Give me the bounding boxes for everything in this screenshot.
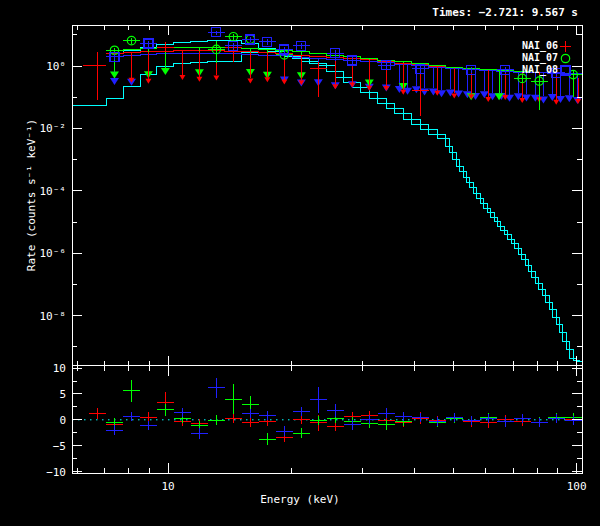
residual-point-NAI_08 xyxy=(174,408,191,417)
upper-limit-arrow xyxy=(264,53,270,82)
legend-symbol-plus xyxy=(560,41,571,52)
y-tick-label: 10 xyxy=(53,362,66,375)
data-point-NAI_08 xyxy=(242,35,259,44)
residual-point-NAI_08 xyxy=(242,409,259,418)
upper-limit-arrow xyxy=(366,60,372,91)
residual-point-NAI_07 xyxy=(225,384,242,414)
residual-point-NAI_08 xyxy=(497,417,514,426)
residual-point-NAI_08 xyxy=(548,414,565,423)
y-tick-label: 5 xyxy=(59,388,66,401)
upper-limit-arrow xyxy=(129,53,135,83)
data-point-NAI_07 xyxy=(531,75,548,110)
upper-limit-arrow xyxy=(451,68,457,99)
y-tick-label: −5 xyxy=(53,440,66,453)
upper-limit-arrow xyxy=(556,73,565,103)
residuals xyxy=(72,378,582,445)
upper-limit-arrow xyxy=(247,52,253,84)
residual-point-NAI_06 xyxy=(242,417,259,426)
upper-limit-arrow xyxy=(332,57,338,89)
y-tick-label: −10 xyxy=(46,466,66,479)
data-point-NAI_08 xyxy=(344,56,361,65)
residual-point-NAI_06 xyxy=(225,414,242,423)
data-point-NAI_08 xyxy=(378,61,395,70)
residual-point-NAI_08 xyxy=(259,411,276,420)
upper-limit-arrow xyxy=(575,78,581,104)
residual-point-NAI_08 xyxy=(191,428,208,438)
legend-label: NAI_07 xyxy=(522,53,558,63)
x-tick-label: 100 xyxy=(567,480,587,493)
y-tick-label: 10⁻⁸ xyxy=(40,310,67,323)
upper-limit-arrow xyxy=(488,71,497,101)
residual-point-NAI_08 xyxy=(310,387,327,413)
data-point-NAI_07 xyxy=(208,41,225,63)
residual-point-NAI_06 xyxy=(89,408,106,418)
data-point-NAI_08 xyxy=(225,41,242,50)
data-point-NAI_07 xyxy=(123,36,140,44)
x-tick-label: 10 xyxy=(161,480,174,493)
model-component-curves xyxy=(72,40,584,362)
data-point-NAI_08 xyxy=(463,65,480,74)
data-point-NAI_07 xyxy=(225,32,242,40)
residual-point-NAI_06 xyxy=(140,412,157,421)
data-point-NAI_08 xyxy=(293,41,310,50)
upper-limit-arrow xyxy=(145,52,151,84)
residual-point-NAI_08 xyxy=(123,412,140,421)
residual-point-NAI_08 xyxy=(293,407,310,416)
upper-limit-arrow xyxy=(502,71,508,100)
spectral-fit-plot: 1010010⁰10⁻²10⁻⁴10⁻⁶10⁻⁸1050−5−10 Times:… xyxy=(0,0,600,526)
x-axis-title: Energy (keV) xyxy=(0,494,600,505)
data-point-NAI_08 xyxy=(276,45,293,54)
upper-limit-arrow xyxy=(468,69,474,99)
residual-point-NAI_08 xyxy=(480,414,497,423)
upper-limit-arrow xyxy=(179,51,185,80)
residual-point-NAI_07 xyxy=(378,420,395,429)
residual-point-NAI_08 xyxy=(412,413,429,422)
upper-limit-arrow xyxy=(400,63,406,95)
legend-label: NAI_06 xyxy=(522,41,558,51)
residual-point-NAI_07 xyxy=(208,415,225,424)
residual-point-NAI_08 xyxy=(429,417,446,426)
data-point-NAI_08 xyxy=(140,39,157,48)
residual-point-NAI_08 xyxy=(378,408,395,417)
upper-limit-arrow xyxy=(485,70,491,102)
residual-point-NAI_07 xyxy=(293,428,310,438)
data-point-NAI_07 xyxy=(514,74,531,82)
upper-limit-arrow xyxy=(298,55,304,85)
model_component_A xyxy=(106,40,584,362)
residual-point-NAI_08 xyxy=(140,421,157,430)
data-point-NAI_08 xyxy=(259,37,276,46)
y-tick-label: 10⁻² xyxy=(40,122,67,135)
data-point-NAI_06 xyxy=(310,62,327,97)
y-tick-label: 10⁻⁶ xyxy=(40,247,67,260)
legend-item-NAI_08: NAI_08 xyxy=(500,65,558,75)
upper-limit-arrow xyxy=(480,71,489,99)
upper-limit-arrow xyxy=(434,66,440,95)
residual-point-NAI_06 xyxy=(293,415,310,424)
legend-symbol-circle xyxy=(561,54,569,62)
upper-limit-arrow xyxy=(196,51,202,82)
upper-limit-arrow xyxy=(446,68,455,96)
upper-limit-arrow xyxy=(565,74,574,102)
residual-point-NAI_07 xyxy=(123,380,140,402)
residual-point-NAI_08 xyxy=(446,413,463,422)
y-axis-title: Rate (counts s⁻¹ keV⁻¹) xyxy=(26,97,37,293)
residual-point-NAI_08 xyxy=(463,416,480,425)
legend-item-NAI_07: NAI_07 xyxy=(500,53,558,63)
residual-point-NAI_07 xyxy=(259,433,276,444)
residual-point-NAI_07 xyxy=(310,416,327,425)
residual-point-NAI_08 xyxy=(208,378,225,398)
y-tick-label: 10⁰ xyxy=(46,60,66,73)
plot-canvas: 1010010⁰10⁻²10⁻⁴10⁻⁶10⁻⁸1050−5−10 xyxy=(0,0,600,526)
y-tick-label: 10⁻⁴ xyxy=(40,185,67,198)
residual-point-NAI_08 xyxy=(327,404,344,416)
y-tick-label: 0 xyxy=(59,414,66,427)
residual-point-NAI_08 xyxy=(106,425,123,434)
residual-point-NAI_08 xyxy=(276,426,293,436)
legend-label: NAI_08 xyxy=(522,65,558,75)
data-point-NAI_08 xyxy=(208,28,225,37)
time-range-annotation: Times: −2.721: 9.567 s xyxy=(432,7,578,18)
residual-point-NAI_08 xyxy=(531,418,548,427)
upper-limit-arrow xyxy=(454,68,463,97)
residual-point-NAI_08 xyxy=(514,414,531,423)
upper-limit-arrow xyxy=(553,73,559,105)
